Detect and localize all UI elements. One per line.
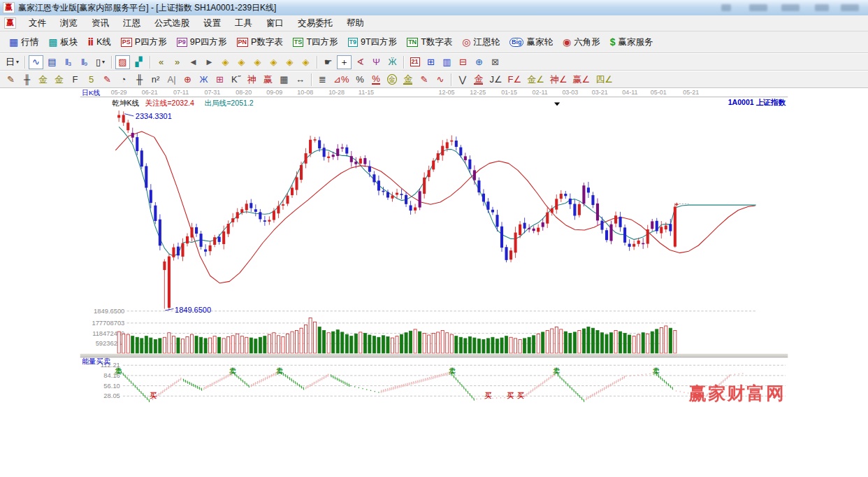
toolbar-item-9p-square[interactable]: P99P四方形 xyxy=(172,33,232,51)
spiral-tool-button[interactable]: Ӝ xyxy=(385,55,400,69)
wave-red-button[interactable]: ∿ xyxy=(433,73,447,87)
toolbar-item-kline[interactable]: ⅱK线 xyxy=(82,33,115,51)
menu-item-1[interactable]: 浏览 xyxy=(53,16,85,31)
four-angle-button[interactable]: 四∠ xyxy=(593,73,615,87)
gold-angle-button[interactable]: 金∠ xyxy=(525,73,547,87)
chart-area[interactable]: 05-2906-2107-1107-3108-2009-0910-0810-28… xyxy=(0,88,868,477)
diamond-right-button[interactable]: ◈ xyxy=(234,55,249,69)
save-button-button[interactable]: ⊟ xyxy=(456,55,470,69)
five-ruler-icon: 5 xyxy=(89,75,94,84)
bars-3-button[interactable]: ‖3 xyxy=(61,55,75,69)
j-angle-button[interactable]: J∠ xyxy=(487,73,504,87)
menu-item-6[interactable]: 工具 xyxy=(228,16,259,31)
ying-angle-button[interactable]: 赢∠ xyxy=(571,73,593,87)
ink-brush-button[interactable]: ✎ xyxy=(417,73,431,87)
menu-item-2[interactable]: 资讯 xyxy=(85,16,116,31)
toolbar-item-9t-square[interactable]: T99T四方形 xyxy=(343,33,403,51)
toolbar-item-t-square[interactable]: TST四方形 xyxy=(288,33,343,51)
notes-button-button[interactable]: ▥ xyxy=(440,55,454,69)
menu-item-9[interactable]: 帮助 xyxy=(340,16,371,31)
t-table-label: T数字表 xyxy=(421,36,452,48)
gold-circle-button[interactable]: 金 xyxy=(384,73,399,87)
menu-app-icon[interactable]: 赢 xyxy=(4,17,16,29)
candle-style-dropdown-button[interactable]: ▯▾ xyxy=(93,55,108,69)
diamond-expand-button[interactable]: ◈ xyxy=(282,55,297,69)
info-view-button[interactable]: ▤ xyxy=(45,55,59,69)
diamond-hspan-button[interactable]: ◈ xyxy=(250,55,265,69)
percent-button[interactable]: % xyxy=(352,73,367,87)
shen-angle-button[interactable]: 神∠ xyxy=(548,73,570,87)
date-label: 01-15 xyxy=(501,89,517,96)
nav-first-button[interactable]: « xyxy=(154,55,168,69)
gold-flag-button[interactable]: 金 xyxy=(471,73,486,87)
gann-basket-b-button[interactable]: 金 xyxy=(52,73,66,87)
nav-last-button[interactable]: » xyxy=(170,55,185,69)
menu-item-3[interactable]: 江恩 xyxy=(116,16,147,31)
comb-ruler-2-button[interactable]: ╫ xyxy=(132,73,147,87)
menu-item-8[interactable]: 交易委托 xyxy=(291,16,340,31)
ying-tool-button[interactable]: 赢 xyxy=(261,73,275,87)
comb-ruler-button[interactable]: ╫ xyxy=(20,73,34,87)
toolbar-item-t-table[interactable]: TNT数字表 xyxy=(402,33,457,51)
gann-basket-a-button[interactable]: 金 xyxy=(36,73,50,87)
diamond-left-button[interactable]: ◈ xyxy=(218,55,233,69)
window-titlebar: 赢 赢家江恩专业版[赢家内部服务平台] - [上证指数 SH1A0001-239… xyxy=(0,0,868,16)
five-ruler-button[interactable]: 5 xyxy=(84,73,99,87)
toolbar-item-winner-service[interactable]: $赢家服务 xyxy=(605,33,658,51)
toolbar-item-quotes[interactable]: ▦行情 xyxy=(4,33,43,51)
scale-list-button[interactable]: ≣ xyxy=(315,73,330,87)
width-arrows-button[interactable]: ↔ xyxy=(293,73,308,87)
diamond-center-button[interactable]: ◈ xyxy=(298,55,313,69)
grid-123-button[interactable]: ▦ xyxy=(277,73,291,87)
winner-service-icon: $ xyxy=(610,37,616,47)
calculator-button-button[interactable]: ⊞ xyxy=(424,55,438,69)
toolbar-item-sectors[interactable]: ▩板块 xyxy=(43,33,82,51)
menu-item-4[interactable]: 公式选股 xyxy=(147,16,196,31)
diamond-compress-button[interactable]: ◈ xyxy=(266,55,281,69)
gold-line-button[interactable]: 金 xyxy=(400,73,415,87)
menu-item-5[interactable]: 设置 xyxy=(196,16,228,31)
nav-next-button[interactable]: ► xyxy=(202,55,217,69)
shen-tool-button[interactable]: 神 xyxy=(245,73,259,87)
percent-line-button[interactable]: % xyxy=(368,73,383,87)
export-web-button-button[interactable]: ⊕ xyxy=(472,55,486,69)
calendar-button-icon: 21 xyxy=(410,57,420,66)
red-pen-button[interactable]: ✎ xyxy=(100,73,115,87)
toolbar-item-p-table[interactable]: PNP数字表 xyxy=(232,33,288,51)
f-angle-icon: F∠ xyxy=(508,75,522,84)
pattern-red-button[interactable]: ▨ xyxy=(115,55,130,69)
toolbar-item-p-square[interactable]: PSP四方形 xyxy=(116,33,172,51)
toolbar-item-hexagon[interactable]: ◉六角形 xyxy=(558,33,605,51)
calendar-button-button[interactable]: 21 xyxy=(407,55,422,69)
app-icon[interactable]: 赢 xyxy=(3,2,15,13)
percent-fan-button[interactable]: ⊿% xyxy=(331,73,351,87)
v-bottom-button[interactable]: ⋁ xyxy=(455,73,470,87)
volume-profile-button[interactable]: ▞ xyxy=(131,55,146,69)
hand-tool-button[interactable]: ☛ xyxy=(321,55,335,69)
menu-item-7[interactable]: 窗口 xyxy=(259,16,291,31)
angle-tool-button[interactable]: ∢ xyxy=(353,55,368,69)
gann-shape-tool-button[interactable]: Ψ xyxy=(369,55,384,69)
export-pc-button-button[interactable]: ⊠ xyxy=(488,55,502,69)
period-day-dropdown-button[interactable]: 日▾ xyxy=(3,55,21,69)
percent-fan-icon: ⊿% xyxy=(333,75,349,84)
cycle-clock-button[interactable]: ◔ xyxy=(116,73,131,87)
kline-chart-svg[interactable]: 05-2906-2107-1107-3108-2009-0910-0810-28… xyxy=(0,88,868,477)
f-ruler-button[interactable]: F xyxy=(68,73,82,87)
circle-cross-button[interactable]: ⊕ xyxy=(180,73,195,87)
angle-tool-icon: ∢ xyxy=(356,57,364,66)
pen-tool-button[interactable]: ✎ xyxy=(3,73,18,87)
crosshair-tool-button[interactable]: ＋ xyxy=(337,55,352,69)
toolbar-item-winner-wheel[interactable]: Big赢家轮 xyxy=(505,33,558,51)
toolbar-item-gann-wheel[interactable]: ◎江恩轮 xyxy=(457,33,505,51)
resonance-star-button[interactable]: Ж xyxy=(196,73,211,87)
bars-9-button[interactable]: ‖9 xyxy=(77,55,92,69)
f-angle-button[interactable]: F∠ xyxy=(506,73,524,87)
a-channel-button[interactable]: A| xyxy=(164,73,179,87)
nav-prev-button[interactable]: ◄ xyxy=(186,55,201,69)
n-square-button[interactable]: n² xyxy=(148,73,163,87)
zigzag-view-button[interactable]: ∿ xyxy=(29,55,43,69)
menu-item-0[interactable]: 文件 xyxy=(22,16,53,31)
grid-circle-button[interactable]: ⊞ xyxy=(212,73,227,87)
k-marks-button[interactable]: K˝ xyxy=(229,73,243,87)
